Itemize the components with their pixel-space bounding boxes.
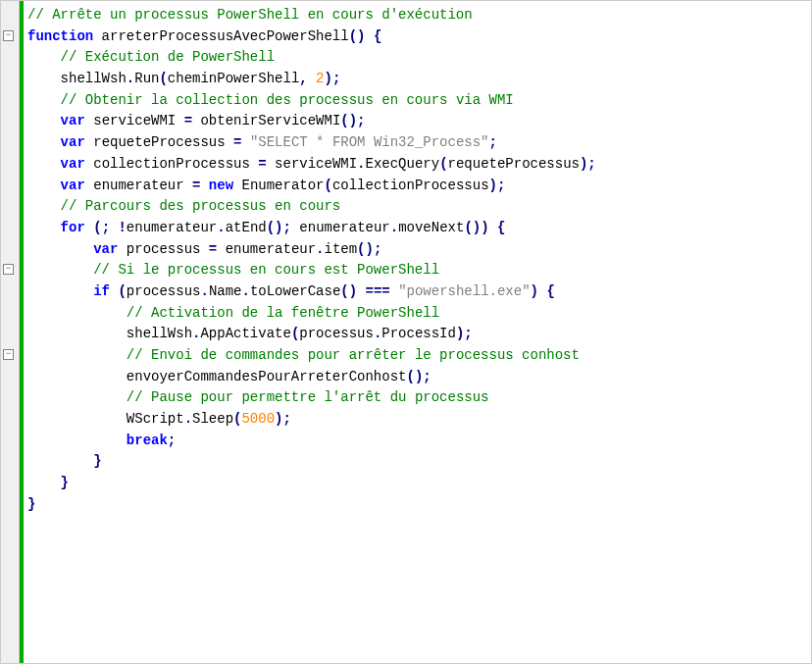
code-line[interactable]: // Arrête un processus PowerShell en cou… (27, 5, 811, 26)
code-line[interactable]: // Activation de la fenêtre PowerShell (27, 303, 811, 325)
code-line[interactable]: // Parcours des processus en cours (27, 196, 811, 218)
code-area[interactable]: // Arrête un processus PowerShell en cou… (20, 1, 811, 663)
code-line[interactable]: // Envoi de commandes pour arrêter le pr… (27, 345, 811, 367)
fold-gutter: −−− (1, 1, 20, 663)
code-line[interactable]: for (; !enumerateur.atEnd(); enumerateur… (27, 218, 811, 239)
code-line[interactable]: // Obtenir la collection des processus e… (27, 90, 811, 112)
code-line[interactable]: var processus = enumerateur.item(); (27, 239, 811, 261)
code-line[interactable]: } (27, 451, 811, 473)
code-line[interactable]: // Exécution de PowerShell (27, 47, 811, 69)
code-line[interactable]: envoyerCommandesPourArreterConhost(); (27, 367, 811, 388)
code-line[interactable]: var enumerateur = new Enumerator(collect… (27, 176, 811, 197)
code-line[interactable]: break; (27, 431, 811, 452)
code-line[interactable]: if (processus.Name.toLowerCase() === "po… (27, 281, 811, 303)
code-line[interactable]: WScript.Sleep(5000); (27, 409, 811, 431)
code-editor: −−− // Arrête un processus PowerShell en… (0, 0, 812, 664)
code-line[interactable]: // Si le processus en cours est PowerShe… (27, 260, 811, 281)
code-line[interactable]: var collectionProcessus = serviceWMI.Exe… (27, 154, 811, 176)
code-line[interactable]: var requeteProcessus = "SELECT * FROM Wi… (27, 132, 811, 154)
code-line[interactable]: shellWsh.AppActivate(processus.ProcessId… (27, 324, 811, 345)
code-line[interactable]: // Pause pour permettre l'arrêt du proce… (27, 387, 811, 409)
fold-toggle-icon[interactable]: − (3, 349, 14, 360)
fold-toggle-icon[interactable]: − (3, 264, 14, 275)
code-line[interactable]: } (27, 494, 811, 516)
code-line[interactable]: function arreterProcessusAvecPowerShell(… (27, 26, 811, 48)
fold-toggle-icon[interactable]: − (3, 30, 14, 41)
code-line[interactable]: } (27, 473, 811, 494)
code-line[interactable]: var serviceWMI = obtenirServiceWMI(); (27, 111, 811, 132)
code-line[interactable]: shellWsh.Run(cheminPowerShell, 2); (27, 69, 811, 90)
